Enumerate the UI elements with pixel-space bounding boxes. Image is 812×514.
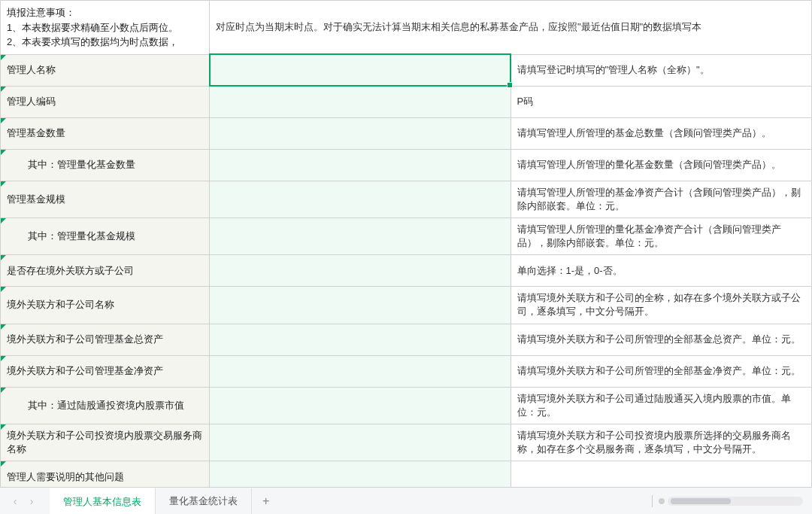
- table-row: 境外关联方和子公司投资境内股票交易服务商名称请填写境外关联方和子公司投资境内股票…: [1, 424, 812, 461]
- row-input-cell[interactable]: [210, 54, 511, 86]
- sheet-tabs: 管理人基本信息表 量化基金统计表 +: [50, 488, 280, 515]
- row-description: 请填写境外关联方和子公司投资境内股票所选择的交易服务商名称，如存在多个交易服务商…: [511, 424, 812, 461]
- row-description: 请填写境外关联方和子公司的全称，如存在多个境外关联方或子公司，逐条填写，中文分号…: [511, 287, 812, 324]
- row-description: 请填写登记时填写的"管理人名称（全称）"。: [511, 54, 812, 86]
- table-row: 管理人需要说明的其他问题: [1, 461, 812, 487]
- row-label: 管理人编码: [1, 86, 210, 117]
- row-input-cell[interactable]: [210, 86, 511, 117]
- notice-right: 对应时点为当期末时点。对于确实无法计算当期末相关信息的私募基金产品，应按照"最近…: [210, 1, 812, 55]
- tab-quant-fund-stats[interactable]: 量化基金统计表: [156, 488, 252, 514]
- row-label: 境外关联方和子公司管理基金净资产: [1, 355, 210, 387]
- notice-line1: 1、本表数据要求精确至小数点后两位。: [7, 20, 203, 35]
- table-row: 境外关联方和子公司管理基金净资产请填写境外关联方和子公司所管理的全部基金净资产。…: [1, 355, 812, 387]
- row-input-cell[interactable]: [210, 355, 511, 387]
- scroll-separator: [652, 495, 653, 507]
- table-row: 其中：管理量化基金数量请填写管理人所管理的量化基金数量（含顾问管理类产品）。: [1, 149, 812, 181]
- row-input-cell[interactable]: [210, 461, 511, 487]
- notice-line2: 2、本表要求填写的数据均为时点数据，: [7, 35, 203, 50]
- row-description: 单向选择：1-是，0-否。: [511, 255, 812, 287]
- scrollbar-track[interactable]: [668, 497, 803, 506]
- row-description: 请填写管理人所管理的量化基金数量（含顾问管理类产品）。: [511, 149, 812, 181]
- table-row: 其中：通过陆股通投资境内股票市值请填写境外关联方和子公司通过陆股通买入境内股票的…: [1, 387, 812, 424]
- row-description: P码: [511, 86, 812, 117]
- row-input-cell[interactable]: [210, 287, 511, 324]
- row-label: 管理人名称: [1, 54, 210, 86]
- row-label: 管理人需要说明的其他问题: [1, 461, 210, 487]
- notice-title: 填报注意事项：: [7, 5, 203, 20]
- sheet-nav: ‹ ›: [3, 494, 44, 509]
- notice-left: 填报注意事项：1、本表数据要求精确至小数点后两位。2、本表要求填写的数据均为时点…: [1, 1, 210, 55]
- table-row: 境外关联方和子公司管理基金总资产请填写境外关联方和子公司所管理的全部基金总资产。…: [1, 324, 812, 355]
- row-input-cell[interactable]: [210, 149, 511, 181]
- table-row: 其中：管理量化基金规模请填写管理人所管理的量化基金净资产合计（含顾问管理类产品）…: [1, 217, 812, 254]
- table-row: 管理人编码P码: [1, 86, 812, 117]
- row-input-cell[interactable]: [210, 217, 511, 254]
- row-label: 境外关联方和子公司管理基金总资产: [1, 324, 210, 355]
- nav-next-button[interactable]: ›: [24, 494, 39, 509]
- row-label: 是否存在境外关联方或子公司: [1, 255, 210, 287]
- row-label: 管理基金数量: [1, 117, 210, 149]
- nav-prev-button[interactable]: ‹: [8, 494, 23, 509]
- table-row: 管理人名称请填写登记时填写的"管理人名称（全称）"。: [1, 54, 812, 86]
- scroll-left-icon[interactable]: [659, 498, 665, 504]
- row-input-cell[interactable]: [210, 324, 511, 355]
- horizontal-scroll: [649, 495, 809, 507]
- spreadsheet-grid: 填报注意事项：1、本表数据要求精确至小数点后两位。2、本表要求填写的数据均为时点…: [0, 0, 812, 487]
- row-description: 请填写境外关联方和子公司所管理的全部基金净资产。单位：元。: [511, 355, 812, 387]
- scrollbar-thumb[interactable]: [671, 498, 731, 504]
- table-row: 管理基金规模请填写管理人所管理的基金净资产合计（含顾问管理类产品），剔除内部嵌套…: [1, 181, 812, 217]
- table-row: 是否存在境外关联方或子公司单向选择：1-是，0-否。: [1, 255, 812, 287]
- tab-manager-basic-info[interactable]: 管理人基本信息表: [50, 488, 156, 515]
- row-label: 境外关联方和子公司投资境内股票交易服务商名称: [1, 424, 210, 461]
- row-label: 其中：管理量化基金规模: [1, 217, 210, 254]
- row-input-cell[interactable]: [210, 255, 511, 287]
- data-table: 填报注意事项：1、本表数据要求精确至小数点后两位。2、本表要求填写的数据均为时点…: [0, 0, 812, 487]
- row-description: 请填写境外关联方和子公司所管理的全部基金总资产。单位：元。: [511, 324, 812, 355]
- row-description: 请填写管理人所管理的基金净资产合计（含顾问管理类产品），剔除内部嵌套。单位：元。: [511, 181, 812, 217]
- row-input-cell[interactable]: [210, 424, 511, 461]
- row-description: 请填写管理人所管理的量化基金净资产合计（含顾问管理类产品），剔除内部嵌套。单位：…: [511, 217, 812, 254]
- row-input-cell[interactable]: [210, 117, 511, 149]
- row-label: 其中：管理量化基金数量: [1, 149, 210, 181]
- row-description: 请填写管理人所管理的基金总数量（含顾问管理类产品）。: [511, 117, 812, 149]
- row-input-cell[interactable]: [210, 181, 511, 217]
- bottom-bar: ‹ › 管理人基本信息表 量化基金统计表 +: [0, 487, 812, 514]
- row-label: 管理基金规模: [1, 181, 210, 217]
- table-row: 管理基金数量请填写管理人所管理的基金总数量（含顾问管理类产品）。: [1, 117, 812, 149]
- add-sheet-button[interactable]: +: [252, 488, 280, 514]
- row-input-cell[interactable]: [210, 387, 511, 424]
- row-label: 境外关联方和子公司名称: [1, 287, 210, 324]
- row-description: 请填写境外关联方和子公司通过陆股通买入境内股票的市值。单位：元。: [511, 387, 812, 424]
- row-description: [511, 461, 812, 487]
- row-label: 其中：通过陆股通投资境内股票市值: [1, 387, 210, 424]
- table-row: 境外关联方和子公司名称请填写境外关联方和子公司的全称，如存在多个境外关联方或子公…: [1, 287, 812, 324]
